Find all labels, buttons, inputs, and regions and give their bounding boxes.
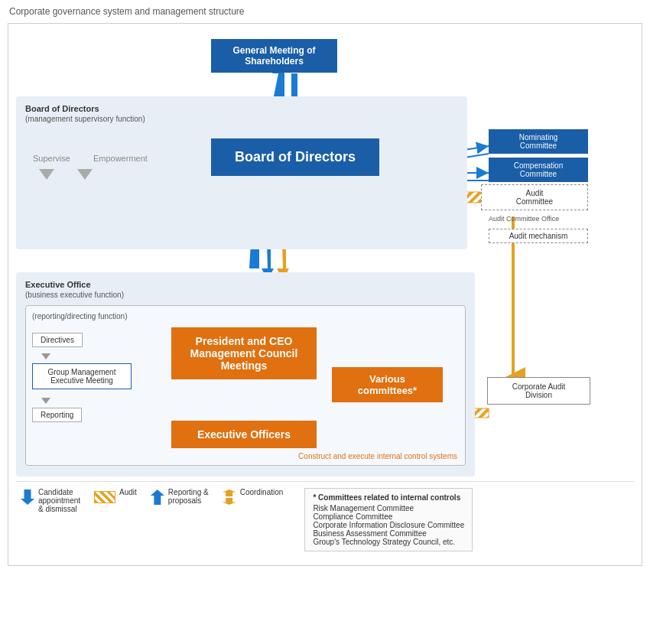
audit-mechanism-label: Audit mechanism [509, 232, 568, 240]
corporate-audit-division-box: Corporate Audit Division [487, 377, 590, 405]
board-section-sublabel: (management supervisory function) [25, 115, 458, 123]
president-ceo-label: President and CEO Management Council Mee… [190, 335, 298, 372]
main-container: General Meeting of Shareholders Board of… [8, 23, 642, 566]
small-arrow-directives [41, 353, 50, 359]
executive-officers-box: Executive Officers [171, 421, 317, 448]
construct-label: Construct and execute internal control s… [298, 452, 457, 460]
shareholders-box: General Meeting of Shareholders [211, 39, 337, 73]
executive-officers-label: Executive Officers [197, 428, 291, 441]
footnote-items: Risk Management Committee Compliance Com… [313, 504, 464, 546]
diagram-wrapper: General Meeting of Shareholders Board of… [16, 31, 643, 475]
candidate-icon [21, 490, 34, 505]
footnote-asterisk: * Committees related to internal control… [313, 493, 464, 502]
footnote-item-5: Group's Technology Strategy Council, etc… [313, 538, 464, 546]
small-arrow-group [41, 398, 50, 404]
footnote-area: * Committees related to internal control… [304, 488, 473, 551]
board-directors-label: Board of Directors [235, 149, 356, 164]
coordination-text: Coordination [240, 488, 284, 496]
group-mgmt-label: Group Management Executive Meeting [48, 368, 116, 385]
board-directors-box: Board of Directors [211, 138, 379, 176]
compensation-committee-box: Compensation Committee [489, 158, 588, 182]
footnote-item-4: Business Assessment Committee [313, 529, 464, 538]
empowerment-label: Empowerment [93, 154, 148, 163]
audit-committee-label: Audit Committee [516, 189, 553, 206]
legend-audit: Audit [94, 488, 137, 503]
various-committees-label: Various committees* [358, 373, 417, 396]
directives-box: Directives [32, 333, 83, 347]
exec-inner-box: (reporting/directing function) Directive… [25, 305, 466, 466]
exec-section-label: Executive Office [25, 280, 466, 289]
audit-committee-box: Audit Committee [481, 184, 588, 210]
candidate-text: Candidate appointment & dismissal [38, 488, 80, 513]
legend-reporting: Reporting & proposals [151, 488, 209, 505]
exec-inner-label: (reporting/directing function) [32, 312, 459, 320]
supervise-arrow [39, 169, 54, 180]
audit-icon [94, 491, 115, 503]
various-committees-box: Various committees* [332, 367, 443, 402]
nominating-label: Nominating Committee [519, 133, 558, 150]
corporate-audit-label: Corporate Audit Division [512, 382, 566, 399]
footnote-item-1: Risk Management Committee [313, 504, 464, 512]
footnote-item-2: Compliance Committee [313, 512, 464, 521]
nominating-committee-box: Nominating Committee [489, 129, 588, 154]
audit-committee-office: Audit Committee Office [489, 215, 559, 223]
reporting-icon [151, 490, 164, 505]
empowerment-arrow [77, 169, 93, 180]
reporting-box: Reporting [32, 408, 82, 422]
group-mgmt-box: Group Management Executive Meeting [32, 363, 132, 389]
exec-section: Executive Office (business executive fun… [16, 272, 475, 476]
footnote-item-3: Corporate Information Disclosure Committ… [313, 521, 464, 529]
compensation-label: Compensation Committee [514, 161, 563, 178]
audit-text: Audit [119, 488, 137, 496]
supervise-label: Supervise [33, 154, 70, 163]
legend-coordination: Coordination [223, 488, 284, 505]
reporting-text: Reporting & proposals [168, 488, 209, 505]
president-ceo-box: President and CEO Management Council Mee… [171, 327, 317, 379]
page-title: Corporate governance system and manageme… [0, 0, 650, 20]
shareholders-label: General Meeting of Shareholders [232, 45, 315, 67]
audit-mechanism-box: Audit mechanism [489, 229, 588, 243]
legend-candidate: Candidate appointment & dismissal [21, 488, 80, 513]
coordination-icon [223, 490, 236, 505]
exec-section-sublabel: (business executive function) [25, 291, 466, 299]
board-section-label: Board of Directors [25, 104, 458, 113]
legend-area: Candidate appointment & dismissal Audit … [16, 481, 634, 558]
